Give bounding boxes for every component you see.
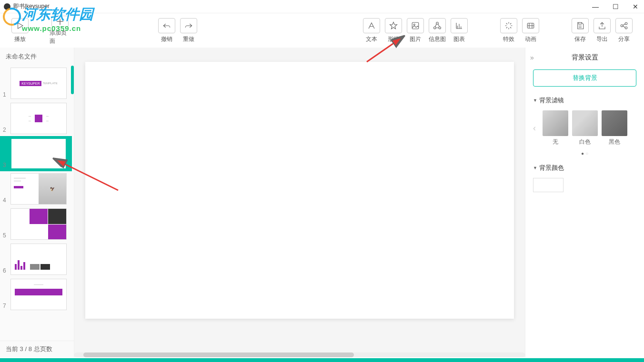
slide-thumb-4[interactable]: 4 ———————— [0, 171, 72, 206]
svg-point-14 [625, 27, 627, 29]
text-button[interactable]: 文本 [361, 16, 382, 45]
slide-thumb-6[interactable]: 6 [0, 242, 72, 277]
image-button[interactable]: 图片 [405, 16, 426, 45]
window-controls: — ☐ ✕ [591, 3, 640, 10]
export-button[interactable]: 导出 [592, 16, 613, 45]
slide-thumb-2[interactable]: 2 ———— [0, 101, 72, 136]
title-bar: 即书|keysuper — ☐ ✕ [0, 0, 644, 13]
panel-header: » 背景设置 [525, 48, 644, 68]
add-page-button[interactable]: 添加页面 [50, 16, 70, 45]
filter-pager[interactable]: ● ○ [525, 150, 644, 160]
effect-button[interactable]: 特效 [498, 16, 519, 45]
slides-panel: 未命名文件 1 KEYSUPERTEMPLATE 2 ———— 3 4 ————… [0, 48, 74, 357]
svg-marker-0 [18, 23, 23, 29]
filter-prev-icon[interactable]: ‹ [533, 123, 539, 133]
minimize-button[interactable]: — [591, 3, 600, 10]
filter-none[interactable]: 无 [543, 110, 568, 146]
svg-point-7 [439, 27, 441, 29]
slides-list[interactable]: 1 KEYSUPERTEMPLATE 2 ———— 3 4 ———————— 5… [0, 66, 74, 341]
share-button[interactable]: 分享 [614, 16, 634, 45]
replace-background-button[interactable]: 替换背景 [533, 69, 636, 87]
svg-point-12 [621, 24, 623, 27]
slide-thumb-1[interactable]: 1 KEYSUPERTEMPLATE [0, 66, 72, 101]
filter-row: ‹ 无 白色 黑色 [525, 108, 644, 150]
app-title: 即书|keysuper [13, 2, 50, 10]
collapse-panel-icon[interactable]: » [530, 54, 534, 61]
svg-rect-3 [412, 22, 419, 29]
right-panel: » 背景设置 替换背景 背景滤镜 ‹ 无 白色 黑色 ● ○ 背景颜色 [525, 48, 644, 357]
toolbar: 播放 添加页面 撤销 重做 文本 形状 图片 [0, 13, 644, 48]
slides-scrollbar[interactable] [71, 66, 74, 94]
maximize-button[interactable]: ☐ [611, 3, 620, 10]
bottom-border [0, 358, 644, 362]
play-button[interactable]: 播放 [10, 16, 30, 45]
close-button[interactable]: ✕ [631, 3, 640, 10]
save-button[interactable]: 保存 [570, 16, 591, 45]
filter-section-title[interactable]: 背景滤镜 [525, 92, 644, 108]
undo-button[interactable]: 撤销 [156, 16, 177, 45]
color-section-title[interactable]: 背景颜色 [525, 160, 644, 176]
filter-black[interactable]: 黑色 [602, 110, 627, 146]
canvas-area[interactable] [74, 48, 525, 357]
redo-button[interactable]: 重做 [178, 16, 199, 45]
shape-button[interactable]: 形状 [383, 16, 404, 45]
animation-button[interactable]: 动画 [520, 16, 541, 45]
main-area: 未命名文件 1 KEYSUPERTEMPLATE 2 ———— 3 4 ————… [0, 48, 644, 357]
slide-thumb-7[interactable]: 7 ———— [0, 277, 72, 312]
svg-point-4 [413, 24, 415, 25]
app-icon [4, 3, 10, 10]
slide-thumb-3[interactable]: 3 [0, 136, 72, 171]
slides-footer: 当前 3 / 8 总页数 [0, 341, 74, 357]
file-name: 未命名文件 [0, 48, 74, 66]
slide-thumb-5[interactable]: 5 [0, 206, 72, 242]
canvas[interactable] [85, 62, 514, 319]
svg-point-6 [434, 27, 436, 29]
canvas-horizontal-scrollbar[interactable] [74, 352, 525, 358]
infographic-button[interactable]: 信息图 [427, 16, 448, 45]
svg-point-13 [625, 22, 627, 25]
filter-white[interactable]: 白色 [572, 110, 598, 146]
background-color-picker[interactable] [533, 178, 564, 192]
chart-button[interactable]: 图表 [449, 16, 470, 45]
